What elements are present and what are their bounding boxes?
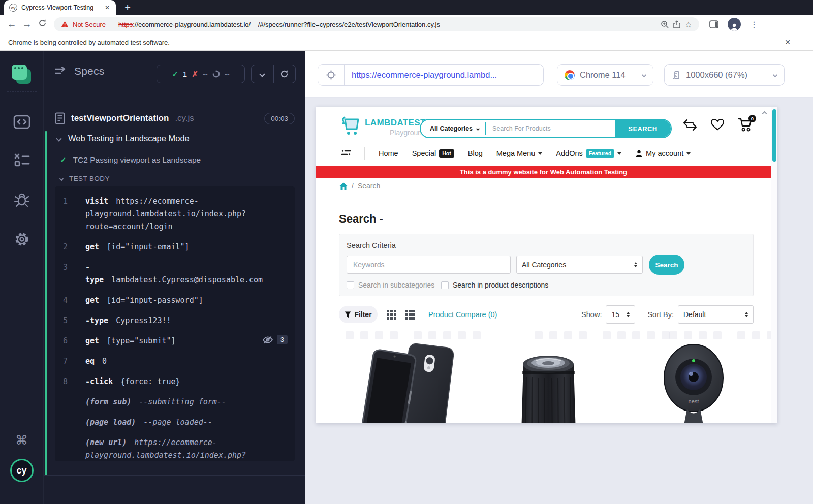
command-log-row[interactable]: (form sub)--submitting form-- (55, 393, 295, 411)
test-body-label: TEST BODY (69, 175, 110, 182)
product-image-phone[interactable] (356, 341, 457, 423)
scroll-up-icon[interactable] (763, 108, 766, 117)
keywords-input[interactable] (347, 256, 511, 274)
specs-header[interactable]: Specs (55, 65, 104, 77)
bookmark-star-icon[interactable]: ☆ (685, 20, 692, 29)
command-log-row[interactable]: (new url)https://ecommerce-playground.la… (55, 434, 295, 461)
side-panel-icon[interactable] (709, 20, 718, 28)
test-row[interactable]: ✓ TC2 Passing viewport as Landscape (60, 155, 201, 165)
tab-close-icon[interactable]: ✕ (104, 3, 111, 12)
category-dropdown[interactable]: All Categories (421, 125, 485, 132)
rerun-button[interactable] (274, 65, 296, 83)
collapse-specs-icon[interactable] (55, 67, 67, 76)
command-row[interactable]: 8-click{force: true} (55, 373, 295, 391)
results-toolbar: Filter Product Compare (0) Show: 15 Sort… (339, 305, 754, 324)
nav-item-label: Home (379, 149, 398, 158)
browser-tab[interactable]: cy Cypress-Viewport-Testing ✕ (4, 0, 116, 15)
breadcrumb-current[interactable]: Search (358, 182, 380, 190)
grid-view-icon[interactable] (387, 310, 396, 320)
product-compare-link[interactable]: Product Compare (0) (428, 310, 497, 319)
header-icons: 0 (683, 118, 753, 132)
command-line-number: 6 (63, 335, 75, 348)
back-icon[interactable]: ← (4, 19, 19, 30)
runs-checklist-icon[interactable] (14, 152, 30, 168)
cypress-logo[interactable]: cy (10, 459, 34, 482)
debug-bug-icon[interactable] (14, 192, 30, 207)
browser-toolbar: ← → Not Secure https://ecommerce-playgro… (0, 15, 813, 34)
subcategories-checkbox[interactable] (347, 281, 354, 289)
eye-slash-icon[interactable] (262, 335, 273, 344)
lambdatest-logo[interactable]: LAMBDATEST Playground (341, 115, 426, 137)
command-row[interactable]: 4get[id="input-password"] (55, 292, 295, 309)
nav-item-mega-menu[interactable]: Mega Menu (496, 149, 543, 158)
chevron-down-icon (59, 176, 64, 180)
specs-title: Specs (74, 65, 104, 77)
command-row[interactable]: 7eq0 (55, 353, 295, 370)
search-button[interactable]: SEARCH (615, 119, 671, 138)
specs-runner-icon[interactable] (12, 65, 32, 85)
infobar-text: Chrome is being controlled by automated … (8, 39, 170, 46)
command-line-number: 1 (63, 195, 75, 233)
product-image-camera[interactable]: nest (655, 341, 732, 423)
zoom-icon[interactable] (661, 20, 669, 28)
list-view-icon[interactable] (405, 310, 415, 320)
viewport-select[interactable]: 1000x660 (67%) (664, 64, 785, 86)
forward-icon[interactable]: → (19, 19, 35, 30)
descriptions-checkbox[interactable] (441, 281, 449, 289)
nav-badge: Featured (586, 149, 614, 158)
spec-actions (251, 65, 296, 83)
omnibox-url-bar[interactable]: Not Secure https://ecommerce-playground.… (54, 17, 699, 32)
reload-icon[interactable] (35, 19, 50, 30)
selector-playground-icon[interactable] (318, 65, 345, 85)
settings-gear-icon[interactable] (14, 231, 30, 247)
viewport-select-label: 1000x660 (67%) (686, 70, 747, 80)
collapse-all-button[interactable] (252, 65, 274, 83)
wishlist-heart-icon[interactable] (710, 118, 725, 131)
profile-avatar[interactable] (728, 18, 741, 31)
compare-arrows-icon[interactable] (683, 119, 697, 131)
command-row[interactable]: 1visithttps://ecommerce-playground.lambd… (55, 193, 295, 236)
command-row[interactable]: 2get[id="input-email"] (55, 238, 295, 256)
command-argument: [type="submit"] (107, 336, 175, 345)
nav-item-label: AddOns (556, 149, 582, 158)
cypress-favicon-icon: cy (9, 4, 17, 12)
specs-list-icon[interactable] (13, 114, 30, 130)
share-icon[interactable] (673, 20, 681, 28)
nav-menu-icon[interactable] (341, 149, 351, 158)
show-count-select[interactable]: 15 (606, 305, 635, 324)
product-image-lens[interactable] (509, 341, 588, 423)
sort-by-select[interactable]: Default (678, 305, 754, 324)
command-line-number: 2 (63, 241, 75, 254)
infobar-close-icon[interactable]: ✕ (785, 38, 791, 46)
criteria-category-select[interactable]: All Categories (516, 256, 643, 274)
cart-button[interactable]: 0 (738, 118, 753, 132)
failed-count: -- (203, 70, 208, 78)
spec-file-row[interactable]: testViewportOrientation .cy.js 00:03 (55, 108, 295, 129)
nav-item-special[interactable]: SpecialHot (412, 149, 454, 158)
criteria-search-button[interactable]: Search (649, 255, 684, 275)
command-argument: lambdatest.Cypress@disposable.com (111, 275, 263, 285)
warning-triangle-icon (61, 21, 69, 28)
browser-menu-icon[interactable]: ⋮ (750, 20, 758, 29)
new-tab-button[interactable]: + (121, 1, 134, 14)
suite-row[interactable]: Web Testing in Landscape Mode (57, 134, 190, 143)
nav-item-addons[interactable]: AddOnsFeatured (556, 149, 621, 158)
command-row[interactable]: 6get[type="submit"]3 (55, 332, 295, 350)
cypress-sidebar-rail: ⌘ cy (0, 51, 44, 504)
product-search-input[interactable] (486, 125, 615, 132)
browser-select[interactable]: Chrome 114 (557, 64, 653, 86)
home-icon[interactable] (339, 182, 348, 190)
nav-item-blog[interactable]: Blog (468, 149, 483, 158)
aut-scrollbar-thumb[interactable] (772, 109, 776, 162)
aut-url-bar[interactable]: https://ecommerce-playground.lambd... (318, 64, 544, 86)
chevron-down-icon (773, 73, 778, 78)
test-body-section[interactable]: TEST BODY (60, 175, 110, 182)
command-log-row[interactable]: (page load)--page loaded-- (55, 414, 295, 431)
command-row[interactable]: 5-typeCypress123!! (55, 312, 295, 330)
nav-item-my-account[interactable]: My account (635, 149, 691, 158)
aut-scrollbar-track[interactable] (771, 107, 777, 423)
keyboard-shortcuts-icon[interactable]: ⌘ (15, 433, 28, 448)
nav-item-home[interactable]: Home (379, 149, 398, 158)
command-row[interactable]: 3-typelambdatest.Cypress@disposable.com (55, 259, 295, 289)
filter-button[interactable]: Filter (339, 306, 378, 323)
